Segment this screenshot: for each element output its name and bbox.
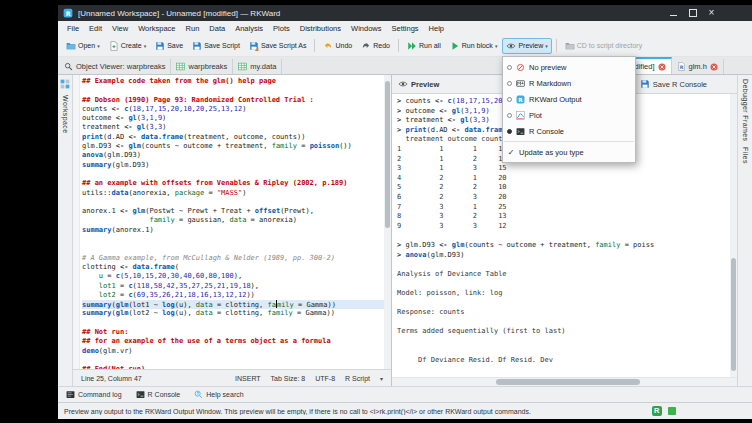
toolbar-separator [314, 39, 315, 52]
status-led-icon [668, 407, 676, 415]
help-search-icon: ? [194, 390, 203, 399]
menu-view[interactable]: View [107, 24, 133, 33]
minimize-button[interactable] [669, 9, 678, 18]
toolbar-button-label: Save Script [204, 42, 240, 49]
code-token: outcome [82, 114, 116, 122]
code-token: = [204, 189, 217, 197]
code-token: 7 3 1 25 [397, 203, 507, 211]
save-icon [192, 41, 202, 51]
preview-menu-item-update-as-you-type[interactable]: ✓Update as you type [503, 144, 635, 160]
maximize-button[interactable] [688, 9, 697, 18]
save-script-button[interactable]: Save Script [188, 38, 244, 54]
console-hscrollbar-thumb[interactable] [496, 379, 641, 385]
code-token: ) [242, 189, 246, 197]
menu-help[interactable]: Help [424, 24, 449, 33]
menu-edit[interactable]: Edit [84, 24, 107, 33]
save-script-as-button[interactable]: Save Script As [245, 38, 311, 54]
preview-menu-item-r-markdown[interactable]: R Markdown [503, 75, 635, 91]
code-token: (u), [175, 309, 196, 317]
code-token: <- [124, 123, 137, 131]
bottom-tab-label: Help search [206, 391, 243, 398]
code-token: = [116, 291, 129, 299]
save-console-button[interactable]: Save R Console [640, 79, 707, 89]
code-token: gl [460, 116, 468, 124]
tab-label: Object Viewer: warpbreaks [76, 62, 165, 71]
help-search-tab[interactable]: ?Help search [191, 389, 246, 400]
menu-workspace[interactable]: Workspace [133, 24, 180, 33]
menu-analysis[interactable]: Analysis [230, 24, 268, 33]
console-scrollbar[interactable] [730, 94, 737, 377]
tab-my-data[interactable]: my.data [233, 59, 282, 74]
create-button[interactable]: Create▾ [105, 38, 151, 54]
toolbar-button-label: Open [78, 42, 95, 49]
editor-scrollbar-thumb[interactable] [385, 81, 390, 228]
code-token: gl [137, 123, 145, 131]
code-token: ( [175, 263, 179, 271]
menu-windows[interactable]: Windows [346, 24, 386, 33]
sidebar-item-files[interactable]: Files [742, 147, 749, 164]
preview-button[interactable]: Preview▾ [502, 38, 551, 54]
code-token: 3 1 3 15 [397, 164, 507, 172]
preview-menu-item-plot[interactable]: Plot [503, 107, 635, 123]
titlebar[interactable]: R [Unnamed Workspace] - Unnamed [modifie… [58, 5, 752, 21]
menu-file[interactable]: File [62, 24, 84, 33]
menu-data[interactable]: Data [204, 24, 230, 33]
console-hscrollbar[interactable] [392, 377, 737, 386]
tab-size[interactable]: Tab Size: 8 [271, 375, 306, 382]
menu-distributions[interactable]: Distributions [295, 24, 346, 33]
open-button[interactable]: Open▾ [62, 38, 104, 54]
code-line: ## Dobson (1990) Page 93: Randomized Con… [82, 96, 384, 105]
code-token: ## an example with offsets from Venables… [82, 179, 348, 187]
console-line [397, 346, 730, 356]
menu-plots[interactable]: Plots [268, 24, 295, 33]
radio-indicator [507, 81, 512, 86]
close-button[interactable]: × [707, 9, 716, 18]
cursor-position[interactable]: Line 25, Column 47 [81, 375, 142, 382]
toolbar-button-label: Run block [462, 42, 493, 49]
r-console-tab[interactable]: R Console [133, 389, 184, 400]
code-line: summary(glm.D93) [82, 161, 384, 170]
run-all-button[interactable]: Run all [403, 38, 445, 54]
command-log-tab[interactable]: Command log [63, 389, 125, 400]
menu-settings[interactable]: Settings [386, 24, 423, 33]
console-scrollbar-thumb[interactable] [731, 258, 736, 371]
tab-label: glm.h [689, 62, 707, 71]
code-token [82, 216, 149, 224]
code-token: 6 2 3 20 [397, 193, 507, 201]
sidebar-item-workspace[interactable]: Workspace [62, 95, 69, 133]
radio-indicator [507, 113, 512, 118]
code-line: ## an example with offsets from Venables… [82, 179, 384, 188]
run-block-button[interactable]: Run block▾ [446, 38, 502, 54]
code-token: 3,1,9 [141, 114, 162, 122]
code-token [82, 291, 99, 299]
code-area[interactable]: ## Example code taken from the glm() hel… [80, 75, 384, 369]
filetype[interactable]: R Script [345, 375, 370, 382]
code-token: mily [277, 301, 294, 309]
tab-object-viewer-warpbreaks[interactable]: Object Viewer: warpbreaks [59, 59, 171, 74]
cd-to-script-directory-button[interactable]: CD to script directory [561, 38, 646, 54]
code-token: <- [120, 207, 133, 215]
sidebar-item-debugger-frames[interactable]: Debugger Frames [742, 79, 749, 141]
code-token: family [595, 241, 620, 249]
preview-menu-item-no-preview[interactable]: No preview [503, 59, 635, 75]
editor-scrollbar[interactable] [384, 75, 391, 369]
tab-close-icon[interactable] [658, 63, 666, 71]
encoding[interactable]: UTF-8 [315, 375, 335, 382]
redo-button[interactable]: Redo [357, 38, 394, 54]
code-token: (lot2 ~ [128, 309, 162, 317]
console-line: 3 1 3 15 [397, 164, 730, 174]
minimize-icon [670, 15, 677, 16]
undo-button[interactable]: Undo [319, 38, 356, 54]
save-button[interactable]: Save [151, 38, 187, 54]
tab-close-icon[interactable] [710, 63, 718, 71]
preview-menu-item-r-console[interactable]: R Console [503, 123, 635, 139]
preview-menu-item-rkward-output[interactable]: RRKWard Output [503, 91, 635, 107]
insert-mode[interactable]: INSERT [235, 375, 261, 382]
chevron-down-icon[interactable]: ▾ [380, 375, 383, 382]
code-line [82, 86, 384, 95]
tab-glm-h[interactable]: Rglm.h [672, 59, 724, 74]
menu-run[interactable]: Run [181, 24, 205, 33]
tab-warpbreaks[interactable]: warpbreaks [171, 59, 233, 74]
table-icon [176, 62, 185, 71]
code-line: summary(glm(lot1 ~ log(u), data = clotti… [82, 300, 384, 309]
